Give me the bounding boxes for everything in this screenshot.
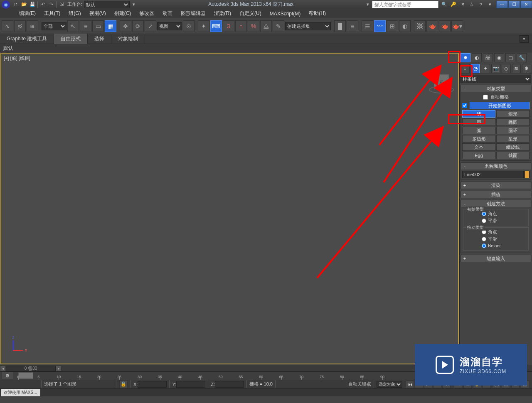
menu-group[interactable]: 组(G)	[64, 9, 85, 18]
menu-tools[interactable]: 工具(T)	[40, 9, 64, 18]
select-object-icon[interactable]: ↖	[67, 20, 79, 32]
render-prod-icon[interactable]: 🫖▾	[451, 20, 463, 32]
y-coord-input[interactable]	[176, 381, 205, 388]
pivot-icon[interactable]: ⊙	[183, 20, 195, 32]
link-icon[interactable]: ⇲	[58, 1, 65, 8]
shape-helix-button[interactable]: 螺旋线	[496, 143, 530, 151]
layers-icon[interactable]: ☰	[362, 20, 373, 32]
hscroll-track[interactable]: 0 / 100	[6, 366, 56, 371]
hscroll-thumb[interactable]	[29, 366, 32, 371]
ribbon-tab-selection[interactable]: 选择	[88, 34, 111, 44]
spacewarps-cat-icon[interactable]: ≋	[512, 64, 521, 73]
hierarchy-tab-icon[interactable]: 品	[483, 53, 493, 62]
help-icon[interactable]: ?	[477, 1, 485, 8]
named-sel-edit-icon[interactable]: ✎	[273, 20, 284, 32]
spinner-snap-icon[interactable]: ⧋	[260, 20, 272, 32]
help-search-input[interactable]	[372, 1, 438, 8]
menu-graph[interactable]: 图形编辑器	[177, 9, 210, 18]
shape-rectangle-button[interactable]: 矩形	[496, 110, 530, 118]
color-swatch[interactable]	[525, 171, 530, 178]
shape-star-button[interactable]: 星形	[496, 135, 530, 143]
scale-tool-icon[interactable]: ⤢	[145, 20, 156, 32]
key-filter-select[interactable]: 选定对象	[377, 381, 402, 388]
manipulate-icon[interactable]: ✦	[198, 20, 209, 32]
start-new-shape-checkbox[interactable]	[462, 103, 467, 108]
shape-line-button[interactable]: 线	[462, 110, 495, 118]
start-new-shape-button[interactable]: 开始新图形	[470, 102, 530, 109]
percent-snap-icon[interactable]: %	[248, 20, 259, 32]
shape-ngon-button[interactable]: 多边形	[462, 135, 495, 143]
new-icon[interactable]: 🗋	[12, 1, 20, 8]
render-frame-icon[interactable]: 🫖	[426, 20, 438, 32]
angle-snap-icon[interactable]: ∩	[235, 20, 247, 32]
align-icon[interactable]: ≡	[347, 20, 358, 32]
mirror-icon[interactable]: ▐▌	[334, 20, 346, 32]
open-icon[interactable]: 📂	[20, 1, 28, 8]
menu-create[interactable]: 创建(C)	[110, 9, 135, 18]
minimize-button[interactable]: —	[496, 1, 508, 8]
select-region-icon[interactable]: ▭	[92, 20, 104, 32]
shape-type-select[interactable]: 样条线	[461, 75, 531, 83]
shape-egg-button[interactable]: Egg	[462, 152, 495, 159]
title-drop-icon[interactable]: ▾	[364, 1, 372, 8]
menu-edit[interactable]: 编辑(E)	[15, 9, 40, 18]
bind-space-warp-icon[interactable]: ≋	[27, 20, 38, 32]
workspace-drop-icon[interactable]: ▾	[130, 1, 138, 8]
z-coord-input[interactable]	[215, 381, 244, 388]
app-icon[interactable]: ◉	[2, 0, 10, 9]
time-slider[interactable]	[18, 372, 33, 379]
rollout-head-interp[interactable]: +插值	[461, 191, 531, 198]
menu-maxscript[interactable]: MAXScript(M)	[266, 10, 305, 18]
window-crossing-icon[interactable]: ▦	[105, 20, 116, 32]
systems-cat-icon[interactable]: ✱	[522, 64, 531, 73]
save-icon[interactable]: 💾	[29, 1, 36, 8]
utilities-tab-icon[interactable]: 🔧	[517, 53, 527, 62]
viewport-front[interactable]: [+] [前] [线框] 前	[0, 53, 459, 364]
keyboard-shortcut-icon[interactable]: ⌨	[210, 20, 222, 32]
shapes-cat-icon[interactable]: ◔	[471, 64, 480, 73]
favorite-icon[interactable]: ☆	[468, 1, 476, 8]
ribbon-tab-objectpaint[interactable]: 对象绘制	[111, 34, 145, 44]
drag-bezier-radio[interactable]	[482, 243, 486, 248]
motion-tab-icon[interactable]: ◉	[494, 53, 504, 62]
help-drop-icon[interactable]: ▾	[486, 1, 494, 8]
key-icon[interactable]: 🔑	[449, 1, 458, 8]
search-icon[interactable]: 🔍	[440, 1, 448, 8]
snap-toggle-icon[interactable]: 3	[223, 20, 234, 32]
exchange-icon[interactable]: ✕	[458, 1, 467, 8]
create-tab-icon[interactable]: ✹	[461, 53, 470, 62]
shape-ellipse-button[interactable]: 椭圆	[496, 118, 530, 126]
close-button[interactable]: ✕	[520, 1, 532, 8]
render-icon[interactable]: 🫖	[439, 20, 451, 32]
drag-smooth-radio[interactable]	[482, 237, 486, 241]
display-tab-icon[interactable]: ▢	[505, 53, 515, 62]
menu-anim[interactable]: 动画	[158, 9, 177, 18]
welcome-tab[interactable]: 欢迎使用 MAXS…	[1, 389, 40, 396]
shape-arc-button[interactable]: 弧	[462, 127, 495, 134]
hscroll-right-icon[interactable]: ▸	[56, 366, 62, 371]
schematic-view-icon[interactable]: ⊞	[387, 20, 398, 32]
render-setup-icon[interactable]: 🖼	[414, 20, 426, 32]
menu-help[interactable]: 帮助(H)	[305, 9, 330, 18]
menu-modifier[interactable]: 修改器	[135, 9, 158, 18]
link-tool-icon[interactable]: ∿	[2, 20, 13, 32]
object-name-input[interactable]	[462, 171, 524, 178]
initial-smooth-radio[interactable]	[482, 219, 486, 223]
menu-render[interactable]: 渲染(R)	[210, 9, 235, 18]
viewcube-ring[interactable]	[429, 86, 454, 93]
rollout-head-keyboard[interactable]: +键盘输入	[461, 255, 531, 262]
ref-coord-select[interactable]: 视图	[157, 22, 182, 30]
unlink-tool-icon[interactable]: ∿̸	[14, 20, 26, 32]
geometry-cat-icon[interactable]: ○	[461, 64, 470, 73]
rollout-head-create-method[interactable]: -创建方法	[461, 200, 531, 207]
cameras-cat-icon[interactable]: 📷	[491, 64, 500, 73]
curve-editor-icon[interactable]: 〰	[374, 20, 386, 32]
ribbon-tab-graphite[interactable]: Graphite 建模工具	[0, 34, 54, 44]
helpers-cat-icon[interactable]: ◇	[502, 64, 511, 73]
viewcube[interactable]: 前	[429, 70, 454, 95]
menu-custom[interactable]: 自定义(U)	[235, 9, 266, 18]
menu-view[interactable]: 视图(V)	[85, 9, 110, 18]
rollout-head-object-type[interactable]: -对象类型	[461, 85, 531, 92]
named-selection-select[interactable]: 创建选择集	[285, 22, 331, 30]
modify-tab-icon[interactable]: ◐	[472, 53, 482, 62]
